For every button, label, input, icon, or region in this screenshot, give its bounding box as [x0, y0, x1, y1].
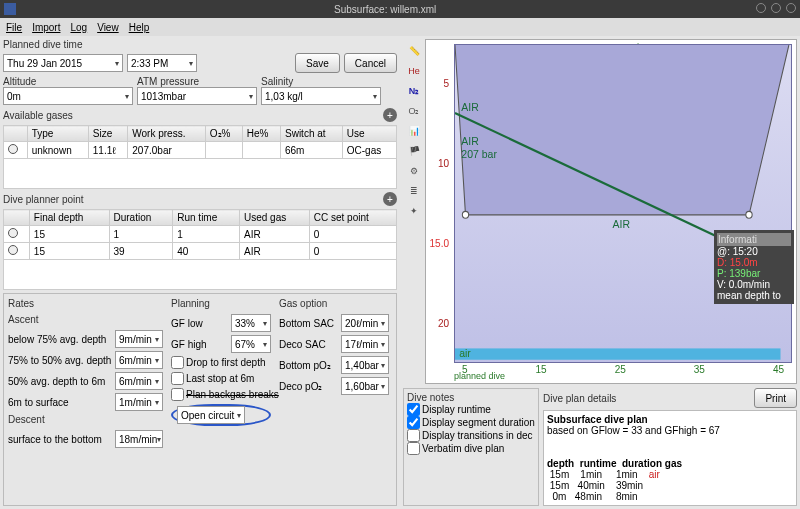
runtime-checkbox[interactable]: Display runtime — [407, 403, 535, 416]
svg-text:AIR: AIR — [461, 134, 479, 146]
close-button[interactable] — [786, 3, 796, 13]
svg-text:air: air — [459, 347, 471, 359]
transitions-checkbox[interactable]: Display transitions in dec — [407, 429, 535, 442]
trash-icon[interactable] — [8, 228, 18, 238]
time-combo[interactable]: 2:33 PM▾ — [127, 54, 197, 72]
svg-point-1 — [746, 211, 752, 218]
dive-plan-text: Subsurface dive plan based on GFlow = 33… — [543, 410, 797, 506]
bpo2-input[interactable]: 1,40bar▾ — [341, 356, 389, 374]
circuit-combo[interactable]: Open circuit▾ — [177, 406, 245, 424]
flag-icon[interactable]: 🏴 — [406, 143, 422, 159]
gasopt-label: Gas option — [279, 298, 389, 309]
table-row[interactable]: 153940AIR0 — [4, 243, 397, 260]
minimize-button[interactable] — [756, 3, 766, 13]
trash-icon[interactable] — [8, 245, 18, 255]
x-label: planned dive — [454, 371, 505, 381]
svg-text:AIR: AIR — [461, 100, 479, 112]
svg-text:AIR: AIR — [613, 218, 631, 230]
backgas-checkbox[interactable]: Plan backgas breaks — [171, 388, 271, 401]
ascent3-input[interactable]: 6m/min▾ — [115, 372, 163, 390]
altitude-label: Altitude — [3, 76, 36, 87]
n2-icon[interactable]: N₂ — [406, 83, 422, 99]
table-row[interactable]: unknown11.1ℓ207.0bar66mOC-gas — [4, 142, 397, 159]
gflow-input[interactable]: 33%▾ — [231, 314, 271, 332]
bar-icon[interactable]: ≣ — [406, 183, 422, 199]
dsac-input[interactable]: 17ℓ/min▾ — [341, 335, 389, 353]
salinity-label: Salinity — [261, 76, 293, 87]
svg-rect-6 — [455, 348, 781, 359]
cancel-button[interactable]: Cancel — [344, 53, 397, 73]
planned-time-label: Planned dive time — [3, 39, 83, 50]
segment-checkbox[interactable]: Display segment duration — [407, 416, 535, 429]
print-button[interactable]: Print — [754, 388, 797, 408]
bsac-input[interactable]: 20ℓ/min▾ — [341, 314, 389, 332]
menu-log[interactable]: Log — [70, 22, 87, 33]
gases-label: Available gases — [3, 110, 73, 121]
dpo2-input[interactable]: 1,60bar▾ — [341, 377, 389, 395]
trash-icon[interactable] — [8, 144, 18, 154]
ascent4-input[interactable]: 1m/min▾ — [115, 393, 163, 411]
menu-help[interactable]: Help — [129, 22, 150, 33]
info-tooltip: Informati @: 15:20 D: 15.0m P: 139bar V:… — [714, 230, 794, 304]
atm-label: ATM pressure — [137, 76, 199, 87]
date-combo[interactable]: Thu 29 Jan 2015▾ — [3, 54, 123, 72]
dive-profile-chart[interactable]: GF 33/67 51015.020 AIR AIR 207 bar AIR a… — [425, 39, 797, 384]
eao-icon[interactable]: ✦ — [406, 203, 422, 219]
ascent-label: Ascent — [8, 314, 163, 325]
window-titlebar: Subsurface: willem.xml — [0, 0, 800, 18]
table-row[interactable]: 1511AIR0 — [4, 226, 397, 243]
app-icon — [4, 3, 16, 15]
plot-area: AIR AIR 207 bar AIR air — [454, 44, 792, 363]
plan-detail-label: Dive plan details — [543, 393, 616, 404]
altitude-input[interactable]: 0m▾ — [3, 87, 133, 105]
drop-checkbox[interactable]: Drop to first depth — [171, 356, 271, 369]
window-title: Subsurface: willem.xml — [334, 4, 436, 15]
gear-icon[interactable]: ⚙ — [406, 163, 422, 179]
laststop-checkbox[interactable]: Last stop at 6m — [171, 372, 271, 385]
svg-point-0 — [462, 211, 468, 218]
dive-notes-panel: Dive notes Display runtime Display segme… — [403, 388, 539, 506]
ruler-icon[interactable]: 📏 — [406, 43, 422, 59]
maximize-button[interactable] — [771, 3, 781, 13]
descent-input[interactable]: 18m/min▾ — [115, 430, 163, 448]
add-gas-button[interactable]: + — [383, 108, 397, 122]
rates-label: Rates — [8, 298, 163, 309]
o2-icon[interactable]: O₂ — [406, 103, 422, 119]
salinity-input[interactable]: 1,03 kg/l▾ — [261, 87, 381, 105]
menu-import[interactable]: Import — [32, 22, 60, 33]
add-point-button[interactable]: + — [383, 192, 397, 206]
ascent2-input[interactable]: 6m/min▾ — [115, 351, 163, 369]
atm-input[interactable]: 1013mbar▾ — [137, 87, 257, 105]
chart-icon[interactable]: 📊 — [406, 123, 422, 139]
menu-view[interactable]: View — [97, 22, 119, 33]
gfhigh-input[interactable]: 67%▾ — [231, 335, 271, 353]
planning-label: Planning — [171, 298, 271, 309]
verbatim-checkbox[interactable]: Verbatim dive plan — [407, 442, 535, 455]
svg-text:207 bar: 207 bar — [461, 148, 497, 160]
ascent1-input[interactable]: 9m/min▾ — [115, 330, 163, 348]
points-label: Dive planner point — [3, 194, 84, 205]
notes-label: Dive notes — [407, 392, 454, 403]
descent-label: Descent — [8, 414, 163, 425]
save-button[interactable]: Save — [295, 53, 340, 73]
points-table: Final depthDurationRun timeUsed gasCC se… — [3, 209, 397, 290]
gases-table: TypeSizeWork press.O₂%He%Switch atUse un… — [3, 125, 397, 189]
chart-toolbar: 📏 He N₂ O₂ 📊 🏴 ⚙ ≣ ✦ — [403, 39, 425, 384]
y-axis: 51015.020 — [428, 44, 452, 363]
menu-file[interactable]: File — [6, 22, 22, 33]
he-icon[interactable]: He — [406, 63, 422, 79]
menu-bar: File Import Log View Help — [0, 18, 800, 36]
